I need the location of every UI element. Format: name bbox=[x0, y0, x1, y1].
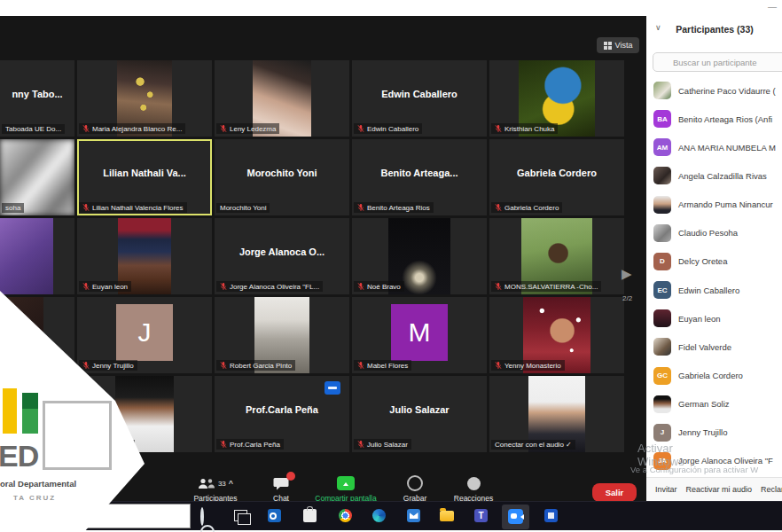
video-tile[interactable]: Noé Bravo bbox=[352, 218, 487, 294]
video-tile[interactable]: Julio SalazarJulio Salazar bbox=[352, 376, 487, 452]
toolbar-share-screen[interactable]: Compartir pantalla bbox=[306, 474, 386, 503]
video-tile[interactable]: Maria Alejandra Blanco Re... bbox=[77, 60, 212, 137]
video-tile[interactable]: JJenny Trujillo bbox=[77, 297, 212, 373]
avatar bbox=[653, 309, 671, 327]
task-view-icon[interactable] bbox=[234, 510, 247, 521]
avatar bbox=[653, 82, 671, 99]
video-tile[interactable]: Edwin CaballeroEdwin Caballero bbox=[352, 60, 487, 137]
zoom-app-icon[interactable] bbox=[508, 509, 523, 524]
participant-row[interactable]: AM ANA MARIA NUMBELA M bbox=[653, 137, 782, 158]
muted-mic-icon bbox=[495, 361, 502, 370]
video-tile[interactable]: soha bbox=[0, 139, 74, 215]
participant-name-label: Morochito Yoni bbox=[220, 204, 266, 212]
video-tile[interactable] bbox=[0, 218, 74, 294]
participant-row[interactable]: Catherine Paco Vidaurre ( bbox=[653, 80, 782, 101]
store-icon[interactable] bbox=[303, 509, 317, 522]
participant-name-label: Kristhian Chuka bbox=[504, 125, 554, 133]
logo-text-line2: TA CRUZ bbox=[13, 494, 56, 502]
participant-center-name: Jorge Alanoca O... bbox=[215, 246, 349, 257]
participant-name-label: Noé Bravo bbox=[367, 283, 401, 291]
participant-center-name: Morochito Yoni bbox=[215, 168, 349, 178]
participants-caret-icon[interactable]: ^ bbox=[229, 479, 233, 488]
video-tile[interactable]: Leny Ledezma bbox=[215, 60, 349, 137]
windows-taskbar: T ☁ 28°C ^ 90 ESP bbox=[0, 501, 782, 530]
teams-icon[interactable]: T bbox=[474, 509, 488, 522]
participant-center-name: Benito Arteaga... bbox=[352, 168, 487, 178]
file-explorer-icon[interactable] bbox=[440, 509, 454, 521]
participant-name-tag: Kristhian Chuka bbox=[491, 123, 558, 134]
video-tile[interactable]: Gabriela CorderoGabriela Cordero bbox=[489, 139, 624, 215]
chat-notification-badge bbox=[286, 472, 295, 481]
video-tile[interactable]: Kristhian Chuka bbox=[489, 60, 624, 137]
participant-name: Gabriela Cordero bbox=[678, 371, 743, 380]
video-tile[interactable]: Benito Arteaga...Benito Arteaga Rios bbox=[352, 139, 487, 215]
leave-meeting-button[interactable]: Salir bbox=[592, 483, 637, 502]
view-mode-label: Vista bbox=[615, 41, 633, 50]
participant-name-tag: Benito Arteaga Rios bbox=[354, 202, 434, 213]
participant-row[interactable]: EC Edwin Caballero bbox=[653, 279, 782, 301]
unmute-audio-button[interactable]: Reactivar mi audio bbox=[686, 485, 753, 494]
video-tile[interactable]: Euyan leon bbox=[77, 218, 212, 294]
panel-minimize-dash-icon[interactable]: — bbox=[768, 2, 777, 12]
toolbar-reactions[interactable]: Reacciones bbox=[434, 474, 513, 503]
participant-row[interactable]: J Jenny Trujillo bbox=[653, 422, 782, 443]
participants-icon bbox=[198, 478, 215, 489]
video-tile[interactable]: Robert Garcia Pinto bbox=[215, 297, 349, 373]
video-tile[interactable]: Yenny Monasterio bbox=[489, 297, 624, 373]
video-tile[interactable]: Lilian Nathali Va...Lilian Nathali Valen… bbox=[77, 139, 212, 215]
muted-mic-icon bbox=[220, 361, 227, 370]
participant-name-tag: Morochito Yoni bbox=[216, 203, 270, 213]
participant-name: Euyan leon bbox=[678, 314, 721, 324]
participant-center-name: nny Tabo... bbox=[0, 89, 74, 99]
participant-row[interactable]: Euyan leon bbox=[653, 308, 782, 329]
video-tile[interactable]: Jorge Alanoca O...Jorge Alanoca Oliveira… bbox=[215, 218, 349, 294]
video-tile[interactable]: MONS.SALVATIERRA -Cho... bbox=[489, 218, 624, 294]
record-icon bbox=[407, 475, 423, 491]
participants-count: 33 bbox=[218, 480, 226, 488]
cortana-icon[interactable] bbox=[200, 509, 215, 532]
view-mode-button[interactable]: Vista bbox=[597, 37, 639, 53]
video-tile[interactable]: nny Tabo...Taboada UE Do... bbox=[0, 60, 74, 137]
invite-button[interactable]: Invitar bbox=[655, 485, 677, 494]
video-tile[interactable]: Morochito YoniMorochito Yoni bbox=[215, 139, 349, 215]
participant-name-label: Jenny Trujillo bbox=[92, 362, 134, 370]
search-participant-input[interactable] bbox=[653, 52, 782, 72]
participant-name-label: Edwin Caballero bbox=[367, 125, 418, 133]
logo-text-line1: oral Departamental bbox=[0, 479, 76, 489]
outlook-icon[interactable] bbox=[268, 509, 281, 522]
mail-icon[interactable] bbox=[407, 509, 420, 522]
avatar: GC bbox=[653, 367, 671, 385]
video-tile[interactable]: Conectar con el audio ✓ bbox=[489, 376, 624, 452]
participant-row[interactable]: JA Jorge Alanoca Oliveira "F bbox=[653, 450, 782, 472]
edge-icon[interactable] bbox=[372, 509, 386, 522]
participant-name-label: Benito Arteaga Rios bbox=[367, 204, 430, 212]
participant-name-label: Lilian Nathali Valencia Flores bbox=[92, 204, 184, 212]
video-tile[interactable]: Prof.Carla PeñaProf.Carla Peña bbox=[215, 376, 349, 452]
participant-row[interactable]: Armando Puma Ninancur bbox=[653, 194, 782, 215]
participant-row[interactable]: GC Gabriela Cordero bbox=[653, 365, 782, 387]
participant-name-label: Euyan leon bbox=[92, 283, 128, 291]
office-app-icon[interactable] bbox=[544, 509, 558, 522]
chrome-icon[interactable] bbox=[339, 509, 352, 522]
participant-row[interactable]: Fidel Valverde bbox=[653, 336, 782, 357]
screenshot-stage: Vista nny Tabo...Taboada UE Do...Maria A… bbox=[0, 0, 782, 532]
avatar: D bbox=[653, 253, 671, 270]
share-screen-icon bbox=[337, 476, 355, 490]
muted-mic-icon bbox=[82, 203, 90, 212]
participant-row[interactable]: D Delcy Oretea bbox=[653, 251, 782, 272]
participant-row[interactable]: Angela Calzadilla Rivas bbox=[653, 165, 782, 186]
participant-name-label: Yenny Monasterio bbox=[504, 362, 561, 370]
logo-yellow-bar bbox=[3, 388, 17, 434]
participant-row[interactable]: BA Benito Arteaga Rios (Anfi bbox=[653, 108, 782, 129]
participant-row[interactable]: Claudio Pesoha bbox=[653, 223, 782, 244]
avatar: JA bbox=[653, 452, 671, 470]
avatar: J bbox=[653, 424, 671, 442]
next-page-arrow[interactable]: ▶ bbox=[622, 266, 632, 282]
participant-row[interactable]: German Soliz bbox=[653, 394, 782, 415]
participant-initial-avatar: M bbox=[391, 304, 448, 361]
video-tile[interactable]: MMabel Flores bbox=[352, 297, 487, 373]
claim-host-button[interactable]: Reclam bbox=[761, 485, 782, 494]
participant-center-name: Gabriela Cordero bbox=[489, 168, 624, 178]
grid-view-icon bbox=[604, 42, 612, 50]
muted-mic-icon bbox=[220, 124, 227, 133]
